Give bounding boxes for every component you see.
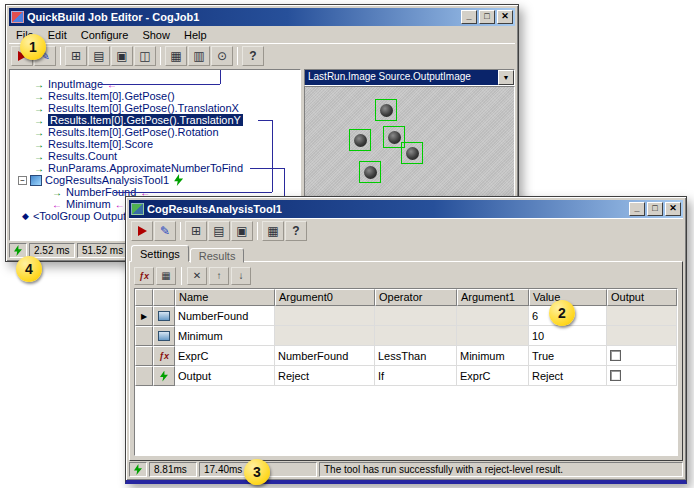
tree-item-score[interactable]: → Results.Item[0].Score — [10, 138, 300, 150]
target-button[interactable]: ⊙ — [211, 46, 233, 66]
delete-row-button[interactable]: ✕ — [187, 267, 207, 285]
grid-button[interactable]: ▦ — [262, 221, 284, 241]
menu-configure[interactable]: Configure — [74, 28, 136, 42]
display-image-combobox[interactable]: LastRun.Image Source.OutputImage ▼ — [304, 69, 515, 86]
tree-item-label: Results.Item[0].Score — [48, 138, 153, 150]
close-button[interactable]: ✕ — [497, 10, 513, 24]
grid-view-button[interactable]: ▦ — [165, 46, 187, 66]
column-header-operator: Operator — [375, 289, 457, 306]
tree-item-resultscount[interactable]: → Results.Count — [10, 150, 300, 162]
tree-item-label-selected: Results.Item[0].GetPose().TranslationY — [48, 114, 243, 126]
close-button[interactable]: ✕ — [665, 202, 681, 216]
electric-run-button[interactable]: ✎ — [154, 221, 176, 241]
annotation-badge-4: 4 — [16, 256, 42, 282]
tree-item-translationx[interactable]: → Results.Item[0].GetPose().TranslationX — [10, 102, 300, 114]
tool-tabs: Settings Results — [129, 243, 683, 261]
cell-operator — [375, 326, 457, 346]
cell-operator[interactable]: LessThan — [375, 346, 457, 366]
row-selector[interactable] — [135, 366, 153, 386]
blob — [406, 147, 419, 160]
output-checkbox[interactable] — [610, 370, 621, 381]
tab-settings[interactable]: Settings — [131, 245, 189, 262]
tree-item-label: Results.Item[0].GetPose() — [48, 90, 175, 102]
add-terminal-button[interactable]: ▦ — [156, 267, 176, 285]
maximize-button[interactable]: □ — [479, 10, 495, 24]
found-blob-box — [375, 99, 397, 121]
save-button[interactable]: ▣ — [111, 46, 133, 66]
cell-argument1[interactable]: ExprC — [457, 366, 529, 386]
cell-operator[interactable]: If — [375, 366, 457, 386]
cell-argument0[interactable]: NumberFound — [275, 346, 375, 366]
minimize-button[interactable]: _ — [629, 202, 645, 216]
input-arrow-icon: ← — [52, 199, 62, 210]
copy-button[interactable]: ◫ — [134, 46, 156, 66]
tree-item-label: Minimum — [66, 198, 111, 210]
input-arrow-icon: ← — [115, 199, 125, 210]
tree-item-translationy[interactable]: → Results.Item[0].GetPose().TranslationY — [10, 114, 300, 126]
tree-item-label: <ToolGroup Outputs> — [33, 210, 138, 222]
terminal-icon — [158, 331, 170, 341]
combobox-value: LastRun.Image Source.OutputImage — [305, 70, 498, 85]
tree-item-getpose[interactable]: → Results.Item[0].GetPose() — [10, 90, 300, 102]
toolbar-separator — [181, 267, 182, 285]
output-arrow-icon: → — [34, 115, 44, 126]
tree-item-label: InputImage — [48, 78, 103, 90]
open-button[interactable]: ▤ — [88, 46, 110, 66]
save-button[interactable]: ▣ — [231, 221, 253, 241]
tree-item-label: Results.Item[0].GetPose().Rotation — [48, 126, 219, 138]
collapse-icon[interactable]: − — [18, 176, 27, 185]
cell-argument1[interactable]: Minimum — [457, 346, 529, 366]
tree-item-label: CogResultsAnalysisTool1 — [45, 174, 169, 186]
cell-value[interactable]: 10 — [529, 326, 607, 346]
menu-show[interactable]: Show — [135, 28, 177, 42]
combobox-dropdown-button[interactable]: ▼ — [498, 70, 514, 85]
cell-name[interactable]: ExprC — [175, 346, 275, 366]
float-window-button[interactable]: ⊞ — [185, 221, 207, 241]
tool-app-icon — [131, 203, 144, 215]
row-selector[interactable] — [135, 346, 153, 366]
tree-item-label: RunParams.ApproximateNumberToFind — [48, 162, 243, 174]
grid-icon: ▦ — [267, 224, 278, 238]
chevron-down-icon: ▼ — [503, 74, 510, 81]
cell-name[interactable]: NumberFound — [175, 306, 275, 326]
cell-argument0[interactable]: Reject — [275, 366, 375, 386]
wire — [250, 168, 284, 169]
output-checkbox[interactable] — [610, 350, 621, 361]
tool-titlebar[interactable]: CogResultsAnalysisTool1 _ □ ✕ — [129, 200, 683, 218]
row-icon-cell — [153, 366, 175, 386]
tab-results[interactable]: Results — [190, 248, 245, 263]
run-tool-button[interactable] — [131, 221, 153, 241]
toolbar-separator — [237, 47, 238, 65]
blob — [364, 166, 377, 179]
cell-name[interactable]: Output — [175, 366, 275, 386]
help-button[interactable]: ? — [285, 221, 307, 241]
quickbuild-app-icon — [11, 11, 24, 23]
diamond-icon: ◆ — [22, 211, 29, 221]
minimize-button[interactable]: _ — [461, 10, 477, 24]
new-window-button[interactable]: ⊞ — [65, 46, 87, 66]
add-expression-button[interactable]: ƒx — [134, 267, 154, 285]
table-view-button[interactable]: ▥ — [188, 46, 210, 66]
row-selector[interactable]: ▶ — [135, 306, 153, 326]
help-button[interactable]: ? — [242, 46, 264, 66]
tree-item-cogresultsanalysistool1[interactable]: − CogResultsAnalysisTool1 — [10, 174, 300, 186]
cell-name[interactable]: Minimum — [175, 326, 275, 346]
row-selector[interactable] — [135, 326, 153, 346]
row-icon-cell: ƒx — [153, 346, 175, 366]
cell-argument0 — [275, 306, 375, 326]
grid-icon: ▦ — [161, 270, 170, 281]
menu-edit[interactable]: Edit — [41, 28, 74, 42]
menu-help[interactable]: Help — [177, 28, 214, 42]
move-up-button[interactable]: ↑ — [209, 267, 229, 285]
move-down-button[interactable]: ↓ — [231, 267, 251, 285]
pencil-icon: ✎ — [160, 224, 170, 238]
quickbuild-titlebar[interactable]: QuickBuild Job Editor - CogJob1 _ □ ✕ — [9, 8, 515, 26]
cell-value[interactable]: True — [529, 346, 607, 366]
toolbar-separator — [180, 222, 181, 240]
wire — [220, 70, 221, 84]
cell-value[interactable]: Reject — [529, 366, 607, 386]
open-button[interactable]: ▤ — [208, 221, 230, 241]
row-icon-cell — [153, 326, 175, 346]
tree-item-rotation[interactable]: → Results.Item[0].GetPose().Rotation — [10, 126, 300, 138]
maximize-button[interactable]: □ — [647, 202, 663, 216]
